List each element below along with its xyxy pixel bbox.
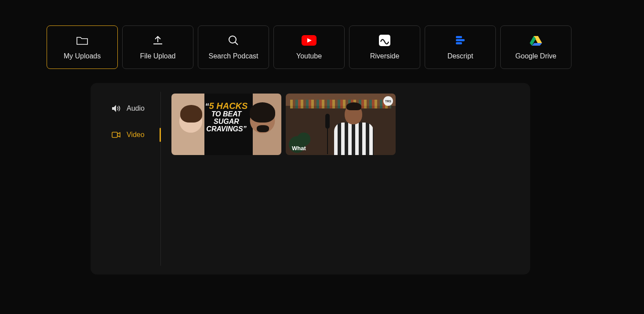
youtube-icon (302, 35, 317, 46)
overlay-line-1: 5 HACKS (209, 101, 248, 111)
tab-file-upload[interactable]: File Upload (122, 25, 193, 69)
quote-open: “ (205, 102, 209, 111)
uploads-panel: Audio Video “5 HACKS (91, 83, 530, 274)
tab-label: Descript (448, 52, 473, 60)
thumbnail-person (330, 102, 378, 155)
riverside-icon (379, 35, 390, 46)
sidebar-item-video[interactable]: Video (91, 122, 160, 148)
tab-label: Search Podcast (209, 52, 258, 60)
svg-rect-2 (379, 35, 390, 46)
svg-rect-6 (112, 132, 117, 137)
speaker-icon (112, 104, 120, 113)
tab-search-podcast[interactable]: Search Podcast (198, 25, 269, 69)
media-type-sidebar: Audio Video (91, 92, 161, 266)
google-drive-icon (530, 35, 542, 46)
thumbnail-overlay-text: “5 HACKS TO BEAT SUGAR CRAVINGS” (196, 101, 257, 133)
tab-label: Google Drive (515, 52, 556, 60)
upload-icon (152, 35, 164, 46)
tab-label: File Upload (140, 52, 176, 60)
channel-badge: TRS (383, 96, 393, 106)
source-tabs: My Uploads File Upload Search Podcast (47, 25, 597, 69)
svg-rect-4 (456, 39, 465, 41)
tab-label: Youtube (296, 52, 322, 60)
video-thumbnail[interactable]: “5 HACKS TO BEAT SUGAR CRAVINGS” (171, 94, 281, 155)
folder-icon (76, 35, 88, 46)
svg-rect-3 (456, 36, 462, 38)
tab-label: Riverside (370, 52, 400, 60)
sidebar-item-label: Video (127, 131, 145, 139)
microphone-icon (325, 114, 330, 129)
tab-descript[interactable]: Descript (425, 25, 496, 69)
sidebar-item-label: Audio (127, 105, 145, 112)
overlay-line-3: SUGAR CRAVINGS” (196, 118, 257, 133)
tab-label: My Uploads (64, 52, 101, 60)
sidebar-item-audio[interactable]: Audio (91, 95, 160, 122)
thumbnail-caption: What (292, 145, 306, 152)
video-camera-icon (112, 130, 120, 139)
svg-rect-5 (456, 42, 462, 44)
tab-youtube[interactable]: Youtube (273, 25, 345, 69)
search-icon (228, 35, 239, 46)
video-thumbnail[interactable]: TRS What (286, 94, 396, 155)
descript-icon (455, 35, 466, 46)
svg-point-0 (229, 36, 236, 43)
tab-riverside[interactable]: Riverside (349, 25, 420, 69)
video-thumbnails: “5 HACKS TO BEAT SUGAR CRAVINGS” TRS Wha… (161, 92, 406, 266)
tab-my-uploads[interactable]: My Uploads (47, 25, 118, 69)
tab-google-drive[interactable]: Google Drive (500, 25, 571, 69)
overlay-line-2: TO BEAT (196, 111, 257, 118)
